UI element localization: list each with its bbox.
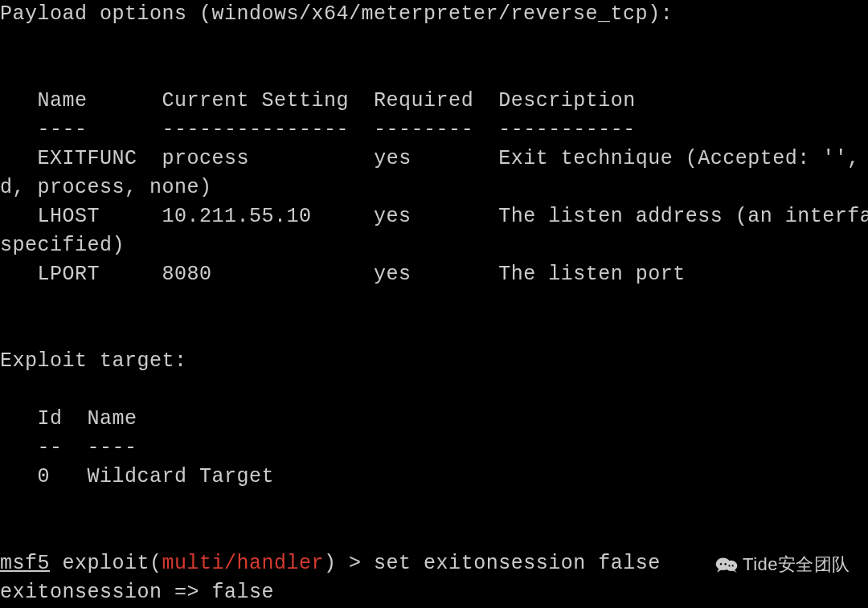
prompt-context-prefix: exploit(: [50, 552, 162, 575]
svg-point-2: [720, 563, 722, 565]
opt-current: 8080: [162, 263, 212, 286]
target-id: 0: [38, 465, 51, 488]
opt-required: yes: [374, 205, 411, 228]
opt-required: yes: [374, 263, 411, 286]
opt-required: yes: [374, 147, 411, 170]
col-ul: ----: [38, 118, 88, 141]
prompt-framework: msf5: [0, 552, 50, 575]
exploit-target-header: Exploit target:: [0, 349, 187, 373]
col-required: Required: [374, 89, 473, 112]
watermark: Tide安全团队: [715, 550, 850, 579]
col-id: Id: [38, 407, 63, 430]
col-name: Name: [88, 407, 137, 430]
svg-point-1: [725, 561, 737, 571]
col-ul: ---------------: [162, 118, 350, 141]
opt-name: EXITFUNC: [38, 147, 137, 170]
opt-wrap: d, process, none): [0, 176, 212, 199]
col-current: Current Setting: [162, 89, 350, 112]
terminal-output[interactable]: Payload options (windows/x64/meterpreter…: [0, 0, 868, 608]
opt-wrap: specified): [0, 234, 125, 257]
opt-current: 10.211.55.10: [162, 205, 312, 228]
svg-point-3: [724, 563, 726, 565]
opt-name: LPORT: [38, 263, 100, 286]
response-1: exitonsession => false: [0, 581, 274, 604]
opt-description: The listen port: [498, 263, 686, 286]
opt-name: LHOST: [38, 205, 100, 228]
command-1: set exitonsession false: [374, 552, 661, 575]
col-ul: --: [38, 436, 63, 459]
col-ul: ----: [88, 436, 137, 459]
watermark-text: Tide安全团队: [743, 550, 850, 579]
payload-header: Payload options (windows/x64/meterpreter…: [0, 2, 673, 26]
col-ul: --------: [374, 118, 473, 141]
svg-point-4: [728, 565, 730, 566]
prompt-module: multi/handler: [162, 552, 325, 575]
opt-description: Exit technique (Accepted: '', seh,: [498, 147, 868, 170]
col-ul: -----------: [498, 118, 636, 141]
target-name: Wildcard Target: [88, 465, 275, 488]
col-name: Name: [38, 89, 88, 112]
prompt-context-suffix: ) >: [324, 552, 374, 575]
opt-description: The listen address (an interface m: [498, 205, 868, 228]
col-description: Description: [498, 89, 636, 112]
chat-icon: [715, 555, 738, 574]
svg-point-5: [732, 565, 734, 566]
opt-current: process: [162, 147, 250, 170]
